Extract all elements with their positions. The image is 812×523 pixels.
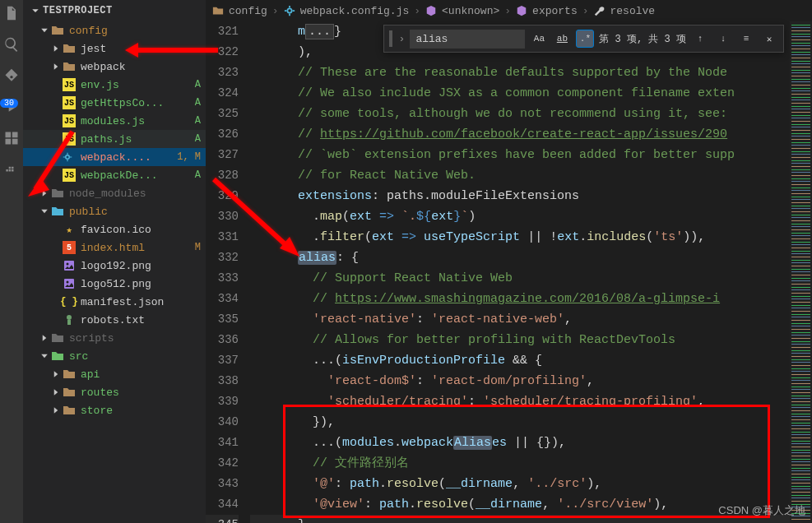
code-line[interactable]: // We also include JSX as a common compo… — [250, 83, 790, 104]
file-label: scripts — [69, 332, 201, 345]
breadcrumb[interactable]: config› webpack.config.js› <unknown>› ex… — [206, 0, 812, 21]
prev-match-btn[interactable]: ↑ — [691, 30, 709, 48]
folder-row[interactable]: routes — [23, 383, 206, 401]
file-row[interactable]: JSgetHttpsCo...A — [23, 94, 206, 112]
match-case-btn[interactable]: Aa — [530, 30, 548, 48]
code-line[interactable]: alias: { — [250, 248, 790, 268]
cube-icon — [425, 5, 437, 16]
code-line[interactable]: }, — [250, 515, 790, 523]
code-line[interactable]: 'react-dom$': 'react-dom/profiling', — [250, 371, 790, 391]
svg-rect-1 — [64, 261, 74, 271]
files-icon[interactable] — [3, 5, 20, 21]
code-line[interactable]: '@': path.resolve(__dirname, '../src'), — [250, 474, 790, 494]
folder-icon — [51, 24, 64, 37]
file-row[interactable]: JSmodules.jsA — [23, 112, 206, 130]
file-row[interactable]: JSpaths.jsA — [23, 130, 206, 148]
code-line[interactable]: // https://www.smashingmagazine.com/2016… — [250, 289, 790, 309]
code-line[interactable]: }), — [250, 412, 790, 433]
file-row[interactable]: JSwebpackDe...A — [23, 166, 206, 184]
folder-row[interactable]: config — [23, 21, 206, 39]
code-line[interactable]: // for React Native Web. — [250, 165, 790, 186]
file-label: index.html — [81, 242, 192, 254]
git-decoration: A — [192, 169, 201, 181]
file-row[interactable]: webpack....1, M — [23, 148, 206, 166]
file-row[interactable]: 5index.htmlM — [23, 238, 206, 257]
code-line[interactable]: extensions: paths.moduleFileExtensions — [250, 186, 790, 206]
git-decoration: M — [192, 242, 201, 253]
folder-icon — [51, 349, 64, 363]
js-icon: JS — [63, 169, 76, 182]
png-icon — [63, 259, 76, 272]
file-row[interactable]: ★favicon.ico — [23, 220, 206, 238]
file-row[interactable]: logo512.png — [23, 275, 206, 293]
chevron-right-icon[interactable]: › — [399, 33, 406, 45]
bc-seg[interactable]: exports — [532, 5, 578, 17]
resize-handle[interactable] — [389, 30, 392, 47]
wrench-icon — [594, 5, 606, 16]
code-line[interactable]: // These are the reasonable defaults sup… — [250, 62, 790, 83]
match-count: 第 3 项, 共 3 项 — [599, 32, 686, 46]
file-row[interactable]: logo192.png — [23, 257, 206, 275]
code-line[interactable]: 'scheduler/tracing': 'scheduler/tracing-… — [250, 391, 790, 412]
file-label: webpackDe... — [81, 169, 192, 182]
regex-btn[interactable]: .* — [576, 30, 594, 48]
code-line[interactable]: '@view': path.resolve(__dirname, '../src… — [250, 494, 790, 515]
file-label: getHttpsCo... — [81, 97, 192, 109]
file-row[interactable]: JSenv.jsA — [23, 76, 206, 94]
code-line[interactable]: .filter(ext => useTypeScript || !ext.inc… — [250, 227, 790, 248]
git-icon[interactable] — [3, 67, 20, 84]
folder-icon — [63, 60, 76, 73]
close-find-btn[interactable]: ✕ — [760, 30, 778, 48]
next-match-btn[interactable]: ↓ — [714, 30, 732, 48]
minimap[interactable] — [790, 21, 812, 523]
bc-seg[interactable]: <unknown> — [442, 5, 499, 17]
code-content[interactable]: m...} ), // These are the reasonable def… — [250, 21, 790, 523]
folder-row[interactable]: store — [23, 401, 206, 419]
file-row[interactable]: { }manifest.json — [23, 293, 206, 311]
folder-row[interactable]: jest — [23, 39, 206, 58]
find-input[interactable] — [410, 30, 525, 49]
bc-seg[interactable]: webpack.config.js — [300, 5, 410, 17]
js-icon: JS — [63, 114, 76, 127]
folder-row[interactable]: scripts — [23, 329, 206, 347]
git-decoration: 1, M — [174, 151, 201, 163]
file-row[interactable]: robots.txt — [23, 311, 206, 329]
docker-icon[interactable] — [3, 161, 20, 178]
js-icon — [63, 150, 76, 164]
code-line[interactable]: ...(isEnvProductionProfile && { — [250, 350, 790, 371]
folder-row[interactable]: webpack — [23, 58, 206, 76]
svg-rect-3 — [64, 279, 74, 289]
file-label: env.js — [81, 79, 192, 91]
bc-seg[interactable]: resolve — [610, 5, 656, 17]
file-label: jest — [81, 43, 201, 55]
code-line[interactable]: // `web` extension prefixes have been ad… — [250, 145, 790, 165]
folder-row[interactable]: public — [23, 202, 206, 220]
code-line[interactable]: ...(modules.webpackAliases || {}), — [250, 433, 790, 453]
code-line[interactable]: // Support React Native Web — [250, 268, 790, 289]
file-label: logo192.png — [81, 260, 201, 272]
folder-icon — [63, 386, 76, 399]
folder-row[interactable]: api — [23, 365, 206, 383]
folder-row[interactable]: src — [23, 347, 206, 365]
file-label: favicon.ico — [81, 224, 201, 236]
folder-icon — [51, 331, 64, 345]
code-line[interactable]: // https://github.com/facebook/create-re… — [250, 124, 790, 145]
code-area[interactable]: 3213223233243253263273283293303313323333… — [206, 21, 812, 523]
folder-icon — [51, 205, 64, 218]
code-line[interactable]: 'react-native': 'react-native-web', — [250, 309, 790, 330]
code-line[interactable]: // some tools, although we do not recomm… — [250, 104, 790, 124]
bc-seg[interactable]: config — [229, 5, 267, 17]
match-word-btn[interactable]: ab — [553, 30, 571, 48]
folder-icon — [63, 404, 76, 417]
code-line[interactable]: .map(ext => `.${ext}`) — [250, 206, 790, 227]
json-icon: { } — [63, 295, 76, 308]
file-label: src — [69, 350, 201, 363]
file-label: config — [69, 25, 201, 37]
ext-icon[interactable] — [3, 130, 20, 146]
find-in-selection-btn[interactable]: ≡ — [737, 30, 755, 48]
search-icon[interactable] — [3, 36, 20, 53]
explorer-header[interactable]: TESTPROJECT — [23, 0, 206, 21]
code-line[interactable]: // Allows for better profiling with Reac… — [250, 330, 790, 350]
code-line[interactable]: // 文件路径别名 — [250, 453, 790, 474]
folder-row[interactable]: node_modules — [23, 184, 206, 202]
